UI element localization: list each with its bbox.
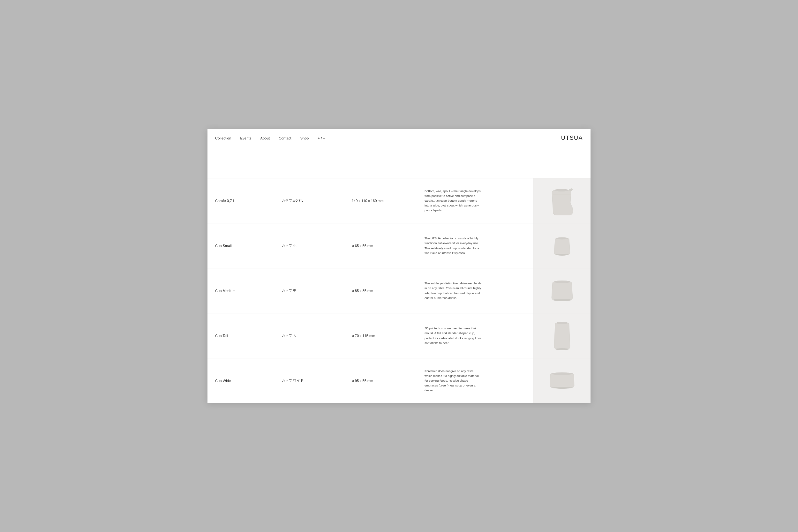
table-row: Cup Tall カップ 大 ø 70 x 115 mm 3D printed … <box>208 314 590 358</box>
product-description: 3D printed cups are used to make their m… <box>418 317 488 354</box>
product-image-carafe[interactable] <box>533 178 590 223</box>
product-image-cup-small[interactable] <box>533 223 590 268</box>
product-name-jp: カップ 大 <box>278 324 348 347</box>
navigation: Collection Events About Contact Shop + /… <box>208 129 590 147</box>
content-area: Carafe 0,7 L カラフェ0,7 L 140 x 110 x 160 m… <box>208 147 590 403</box>
svg-point-2 <box>556 254 568 255</box>
product-dimensions: 140 x 110 x 160 mm <box>348 190 418 212</box>
svg-point-4 <box>553 299 571 301</box>
product-name-jp: カップ 小 <box>278 234 348 257</box>
product-name: Carafe 0,7 L <box>208 190 278 212</box>
product-image-cup-medium[interactable] <box>533 268 590 313</box>
product-image-cup-tall[interactable] <box>533 314 590 358</box>
nav-contact[interactable]: Contact <box>279 136 291 140</box>
product-description: Porcelain does not give off any taste, w… <box>418 360 488 402</box>
svg-point-6 <box>555 348 569 350</box>
table-row: Cup Small カップ 小 ø 65 x 55 mm The UTSUÀ c… <box>208 223 590 268</box>
table-row: Cup Wide カップ ワイド ø 95 x 55 mm Porcelain … <box>208 358 590 403</box>
nav-collection[interactable]: Collection <box>215 136 231 140</box>
product-name-jp: カップ ワイド <box>278 369 348 392</box>
product-name-jp: カップ 中 <box>278 279 348 302</box>
spacer-row <box>208 147 590 178</box>
product-name: Cup Small <box>208 235 278 256</box>
product-dimensions: ø 70 x 115 mm <box>348 325 418 347</box>
product-description: Bottom, wall, spout – their angle develo… <box>418 180 488 222</box>
product-name: Cup Wide <box>208 370 278 392</box>
product-dimensions: ø 85 x 85 mm <box>348 280 418 302</box>
svg-point-8 <box>552 387 572 389</box>
product-dimensions: ø 95 x 55 mm <box>348 370 418 392</box>
svg-point-5 <box>556 322 568 324</box>
brand-logo: UTSUÀ <box>561 134 583 141</box>
nav-shop[interactable]: Shop <box>300 136 309 140</box>
svg-point-0 <box>554 189 569 191</box>
product-name: Cup Medium <box>208 280 278 302</box>
nav-events[interactable]: Events <box>240 136 251 140</box>
table-row: Cup Medium カップ 中 ø 85 x 85 mm The subtle… <box>208 268 590 314</box>
product-description: The UTSUÀ collection consists of highly … <box>418 227 488 264</box>
nav-links: Collection Events About Contact Shop + /… <box>215 135 325 141</box>
product-name-jp: カラフェ0,7 L <box>278 189 348 212</box>
nav-about[interactable]: About <box>260 136 270 140</box>
product-image-cup-wide[interactable] <box>533 358 590 403</box>
product-name: Cup Tall <box>208 325 278 347</box>
svg-point-3 <box>554 281 570 283</box>
browser-window: Collection Events About Contact Shop + /… <box>208 129 590 403</box>
product-description: The subtle yet distinctive tableware ble… <box>418 272 488 309</box>
product-dimensions: ø 65 x 55 mm <box>348 235 418 256</box>
table-row: Carafe 0,7 L カラフェ0,7 L 140 x 110 x 160 m… <box>208 178 590 223</box>
svg-point-1 <box>556 238 568 240</box>
svg-point-7 <box>551 373 573 375</box>
nav-toggle[interactable]: + / – <box>318 136 325 140</box>
